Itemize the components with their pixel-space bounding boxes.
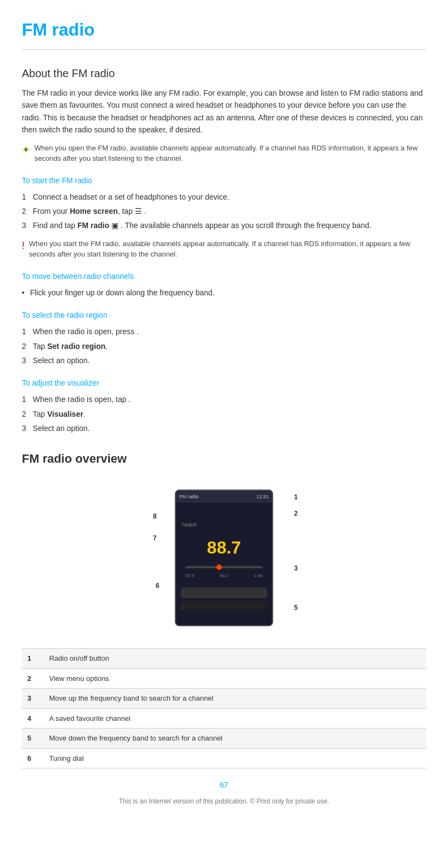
move-item-1: Flick your finger up or down along the f…: [22, 287, 426, 299]
table-row: 3Move up the frequency band to search fo…: [22, 689, 426, 709]
fm-tuner-dot: [216, 564, 222, 570]
visualizer-steps-list: 1 When the radio is open, tap . 2 Tap Vi…: [22, 393, 426, 434]
callout-1: 1: [294, 492, 298, 502]
region-step-2: 2 Tap Set radio region.: [22, 340, 426, 352]
visualizer-step-3: 3 Select an option.: [22, 422, 426, 434]
region-text-3: Select an option.: [33, 354, 426, 366]
callout-3: 3: [294, 563, 298, 573]
table-cell-label: Move down the frequency band to search f…: [44, 729, 426, 749]
table-cell-label: Tuning dial: [44, 748, 426, 768]
fm-screen-header: FM radio 11:51: [176, 491, 272, 503]
fm-controls-bar: [181, 601, 267, 609]
fm-frequency-display: 88.7: [207, 534, 241, 561]
region-steps-list: 1 When the radio is open, press . 2 Tap …: [22, 325, 426, 366]
region-num-1: 1: [22, 325, 33, 337]
fm-timer-label: TIMER: [176, 522, 197, 529]
overview-table: 1Radio on/off button2View menu options3M…: [22, 648, 426, 768]
visualizer-text-2: Tap Visualiser.: [33, 408, 426, 420]
move-list: Flick your finger up or down along the f…: [22, 287, 426, 299]
visualizer-step-1: 1 When the radio is open, tap .: [22, 393, 426, 405]
set-radio-region-bold: Set radio region: [47, 342, 105, 351]
visualizer-num-2: 2: [22, 408, 33, 420]
table-cell-num: 2: [22, 668, 44, 689]
fm-tuner-bar: [186, 566, 263, 568]
start-steps-list: 1 Connect a headset or a set of headphon…: [22, 191, 426, 232]
step-text-1: Connect a headset or a set of headphones…: [33, 191, 426, 203]
step-text-3: Find and tap FM radio ▣ . The available …: [33, 219, 426, 231]
region-text-1: When the radio is open, press .: [33, 325, 426, 337]
fm-diagram-container: FM radio 11:51 TIMER 88.7 87.5 93.2 1.0a…: [22, 479, 426, 637]
visualizer-heading: To adjust the visualizer: [22, 377, 426, 389]
region-step-1: 1 When the radio is open, press .: [22, 325, 426, 337]
about-body: The FM radio in your device works like a…: [22, 87, 426, 136]
region-num-3: 3: [22, 354, 33, 366]
visualizer-num-3: 3: [22, 422, 33, 434]
fm-freq-low: 87.5: [186, 573, 194, 579]
callout-4: 4: [180, 603, 184, 613]
tip-box-1: ✦ When you open the FM radio, available …: [22, 143, 426, 164]
step-text-2: From your Home screen, tap ☰ .: [33, 205, 426, 217]
tip-icon-1: ✦: [22, 143, 30, 158]
tip-text-1: When you open the FM radio, available ch…: [34, 143, 426, 164]
visualizer-num-1: 1: [22, 393, 33, 405]
fm-diagram: FM radio 11:51 TIMER 88.7 87.5 93.2 1.0a…: [148, 479, 300, 637]
table-cell-label: View menu options: [44, 668, 426, 689]
callout-6: 6: [156, 581, 160, 591]
start-step-1: 1 Connect a headset or a set of headphon…: [22, 191, 426, 203]
footer-text: This is an Internet version of this publ…: [22, 796, 426, 806]
overview-heading: FM radio overview: [22, 450, 426, 468]
start-step-3: 3 Find and tap FM radio ▣ . The availabl…: [22, 219, 426, 231]
region-num-2: 2: [22, 340, 33, 352]
fm-screen-time: 11:51: [256, 493, 269, 501]
fm-screen-content: TIMER 88.7 87.5 93.2 1.0a: [176, 503, 272, 625]
table-cell-label: Move up the frequency band to search for…: [44, 689, 426, 709]
callout-8: 8: [153, 511, 157, 521]
region-heading: To select the radio region: [22, 310, 426, 321]
table-cell-num: 5: [22, 729, 44, 749]
callout-5: 5: [294, 603, 298, 613]
fm-freq-high: 1.0a: [254, 573, 263, 579]
table-body: 1Radio on/off button2View menu options3M…: [22, 649, 426, 768]
table-row: 1Radio on/off button: [22, 649, 426, 669]
fm-screen: FM radio 11:51 TIMER 88.7 87.5 93.2 1.0a: [175, 490, 273, 626]
table-row: 5Move down the frequency band to search …: [22, 729, 426, 749]
step-num-3: 3: [22, 219, 33, 231]
move-heading: To move between radio channels: [22, 271, 426, 282]
page-title: FM radio: [22, 16, 426, 50]
table-row: 4A saved favourite channel: [22, 708, 426, 729]
callout-2: 2: [294, 509, 298, 519]
warning-text-1: When you start the FM radio, available c…: [29, 238, 426, 260]
table-row: 6Tuning dial: [22, 748, 426, 768]
region-step-3: 3 Select an option.: [22, 354, 426, 366]
callout-7: 7: [153, 533, 157, 543]
table-row: 2View menu options: [22, 668, 426, 689]
start-step-2: 2 From your Home screen, tap ☰ .: [22, 205, 426, 217]
page-number: 67: [22, 779, 426, 791]
start-heading: To start the FM radio: [22, 175, 426, 187]
warning-box-1: ! When you start the FM radio, available…: [22, 238, 426, 260]
fm-screen-title: FM radio: [179, 493, 199, 501]
fm-freq-labels: 87.5 93.2 1.0a: [186, 573, 263, 579]
step-num-2: 2: [22, 205, 33, 217]
region-text-2: Tap Set radio region.: [33, 340, 426, 352]
move-text-1: Flick your finger up or down along the f…: [30, 287, 215, 299]
about-heading: About the FM radio: [22, 65, 426, 81]
table-cell-num: 1: [22, 649, 44, 669]
fm-freq-mid: 93.2: [220, 573, 228, 579]
fm-bottom-bar: [181, 587, 267, 598]
table-cell-num: 3: [22, 689, 44, 709]
table-cell-num: 6: [22, 748, 44, 768]
visualizer-text-3: Select an option.: [33, 422, 426, 434]
step-num-1: 1: [22, 191, 33, 203]
table-cell-label: A saved favourite channel: [44, 708, 426, 729]
visualizer-step-2: 2 Tap Visualiser.: [22, 408, 426, 420]
home-screen-bold: Home screen: [70, 207, 118, 215]
fm-radio-bold: FM radio: [78, 221, 109, 230]
table-cell-label: Radio on/off button: [44, 649, 426, 669]
warning-icon-1: !: [22, 238, 25, 253]
table-cell-num: 4: [22, 708, 44, 729]
visualizer-text-1: When the radio is open, tap .: [33, 393, 426, 405]
visualiser-bold: Visualiser: [47, 410, 83, 418]
